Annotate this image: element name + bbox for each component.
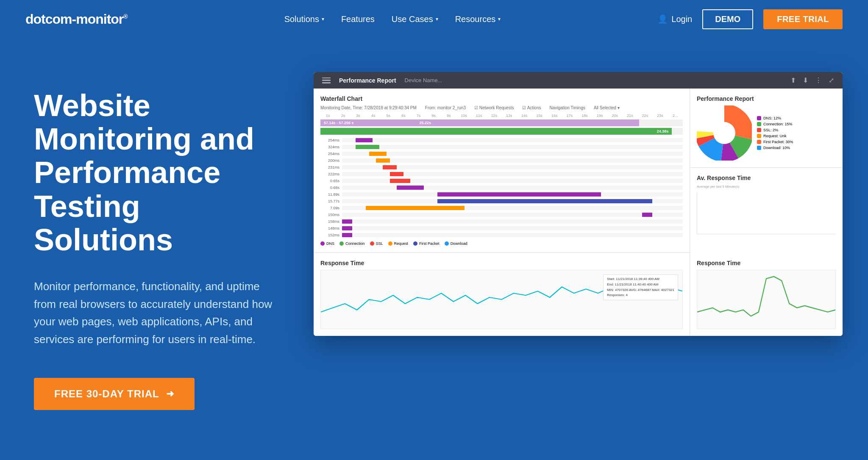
table-row: 7.09s	[320, 205, 683, 211]
response-time-left-title: Response Time	[320, 260, 683, 266]
download-icon[interactable]: ⬇	[803, 76, 808, 84]
chevron-down-icon: ▾	[498, 16, 501, 22]
site-logo: dotcom-monitor®	[25, 11, 128, 27]
right-column: Performance Report	[690, 89, 843, 253]
share-icon[interactable]: ⬆	[790, 76, 796, 84]
pie-legend: DNS: 12% Connection: 15% SSL: 2%	[757, 116, 793, 150]
response-time-right-chart	[697, 270, 836, 329]
legend-first-packet: First Packet	[413, 241, 440, 246]
waterfall-rows: 57.14s - 57.256 s 25.22s 24.38s 254ms	[320, 119, 683, 238]
user-icon: 👤	[657, 14, 668, 24]
waterfall-meta: Monitoring Date, Time: 7/28/2018 at 9:29…	[320, 105, 683, 110]
perf-report-title: Performance Report	[697, 95, 836, 102]
legend-request: Request	[388, 241, 409, 246]
chevron-down-icon: ▾	[322, 16, 324, 22]
table-row: 11.89s	[320, 191, 683, 197]
table-row: 158ms	[320, 219, 683, 224]
dashboard-header: Performance Report Device Name... ⬆ ⬇ ⋮ …	[314, 72, 843, 89]
chart-info-box: Start: 11/21/2018 11:39:40 400 AM End: 1…	[603, 274, 678, 300]
wf-header-row-1: 57.14s - 57.256 s 25.22s	[320, 119, 683, 126]
time-axis: 1s 2s 3s 4s 5s 6s 7s 8s 9s 10s 11s 12s 1…	[320, 114, 683, 118]
dashboard-content: Waterfall Chart Monitoring Date, Time: 7…	[314, 89, 843, 336]
demo-button[interactable]: DEMO	[702, 9, 753, 29]
legend-item: Connection: 15%	[757, 122, 793, 126]
nav-solutions[interactable]: Solutions ▾	[284, 14, 324, 24]
device-label: Device Name...	[405, 77, 442, 83]
legend-download: Download	[445, 241, 467, 246]
table-row: 0.65s	[320, 178, 683, 184]
svg-point-6	[713, 122, 735, 144]
response-time-right-title: Response Time	[697, 260, 836, 266]
table-row: 150ms	[320, 212, 683, 218]
av-response-title: Av. Response Time	[697, 175, 836, 181]
wf-bar-header: 57.14s - 57.256 s 25.22s	[320, 119, 639, 126]
nav-features[interactable]: Features	[341, 14, 375, 24]
header-actions: 👤 Login DEMO FREE TRIAL	[657, 9, 843, 29]
legend-item: Request: Unk	[757, 134, 793, 138]
hero-title: Website Monitoring and Performance Testi…	[34, 89, 280, 257]
dashboard-actions: ⬆ ⬇ ⋮ ⤢	[790, 76, 834, 84]
table-row: 0.68s	[320, 185, 683, 191]
table-row: 324ms	[320, 144, 683, 150]
table-row: 15.77s	[320, 198, 683, 204]
pie-chart-container: DNS: 12% Connection: 15% SSL: 2%	[697, 105, 836, 161]
waterfall-title: Waterfall Chart	[320, 95, 683, 102]
wf-header-row-2: 24.38s	[320, 128, 683, 135]
table-row: 148ms	[320, 225, 683, 231]
waterfall-section: Waterfall Chart Monitoring Date, Time: 7…	[314, 89, 690, 253]
legend-dns: DNS	[320, 241, 334, 246]
dashboard-preview: Performance Report Device Name... ⬆ ⬇ ⋮ …	[314, 72, 843, 336]
av-response-section: Av. Response Time Average per last 5 Min…	[690, 168, 843, 241]
legend-item: SSL: 2%	[757, 128, 793, 132]
login-button[interactable]: 👤 Login	[657, 14, 692, 24]
expand-icon[interactable]: ⤢	[829, 76, 834, 84]
dashboard-title: Performance Report	[339, 77, 396, 84]
menu-icon	[322, 78, 331, 83]
legend-connection: Connection	[339, 241, 365, 246]
pie-chart	[697, 105, 752, 161]
waterfall-legend: DNS Connection SSL Request	[320, 241, 683, 246]
legend-item: Download: 10%	[757, 146, 793, 150]
table-row: 254ms	[320, 151, 683, 157]
table-row: 254ms	[320, 137, 683, 143]
site-header: dotcom-monitor® Solutions ▾ Features Use…	[0, 0, 868, 38]
nav-resources[interactable]: Resources ▾	[455, 14, 501, 24]
av-response-subtitle: Average per last 5 Minute(s)	[697, 185, 836, 188]
chevron-down-icon: ▾	[436, 16, 438, 22]
hero-text-block: Website Monitoring and Performance Testi…	[34, 64, 280, 410]
hero-cta-button[interactable]: FREE 30-DAY TRIAL ➜	[34, 378, 195, 410]
hero-section: Website Monitoring and Performance Testi…	[0, 38, 868, 460]
response-time-left-chart: Start: 11/21/2018 11:39:40 400 AM End: 1…	[320, 270, 683, 329]
table-row: 231ms	[320, 164, 683, 170]
bar-chart	[697, 192, 836, 234]
nav-use-cases[interactable]: Use Cases ▾	[392, 14, 438, 24]
legend-item: DNS: 12%	[757, 116, 793, 120]
legend-ssl: SSL	[370, 241, 383, 246]
table-row: 222ms	[320, 171, 683, 177]
table-row: 200ms	[320, 158, 683, 163]
response-time-right-section: Response Time	[690, 253, 843, 336]
more-icon[interactable]: ⋮	[815, 76, 822, 84]
response-time-left-section: Response Time Start: 11/21/2018 11:39:40…	[314, 253, 690, 336]
table-row: 152ms	[320, 232, 683, 238]
arrow-right-icon: ➜	[166, 388, 174, 399]
perf-report-section: Performance Report	[690, 89, 843, 168]
free-trial-button[interactable]: FREE TRIAL	[763, 9, 843, 29]
legend-item: First Packet: 30%	[757, 140, 793, 144]
wf-bar-header-green: 24.38s	[320, 128, 672, 135]
line-chart-right-svg	[697, 270, 835, 329]
main-nav: Solutions ▾ Features Use Cases ▾ Resourc…	[284, 14, 501, 24]
hero-description: Monitor performance, functionality, and …	[34, 278, 280, 348]
